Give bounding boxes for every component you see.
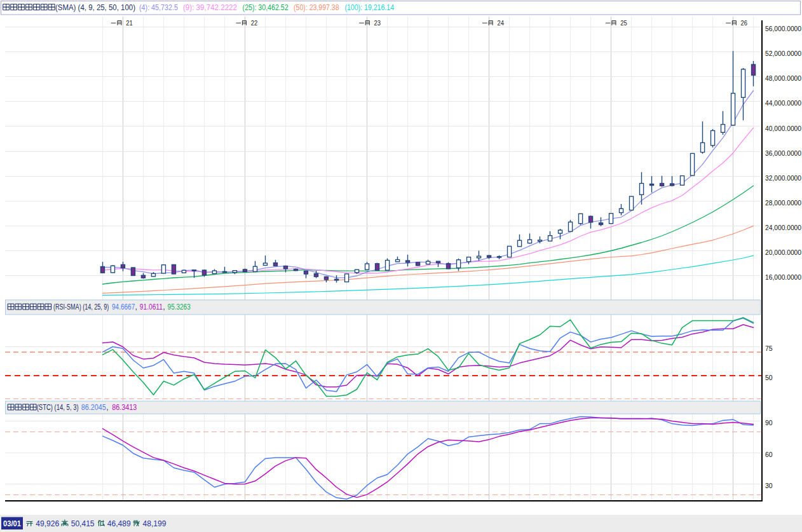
svg-text:03/01: 03/01 [3,519,21,528]
svg-text:26: 26 [741,20,748,27]
svg-text:50,415: 50,415 [71,519,95,528]
svg-text:,: , [163,303,165,311]
svg-text:60: 60 [765,451,773,458]
svg-text:20,000.0000: 20,000.0000 [765,249,801,256]
svg-text:24: 24 [497,20,504,27]
svg-text:36,000.0000: 36,000.0000 [765,149,801,157]
svg-text:49,926: 49,926 [36,519,59,528]
svg-text:(SMA) (4, 9, 25, 50, 100): (SMA) (4, 9, 25, 50, 100) [55,3,135,12]
svg-text:91.0611: 91.0611 [140,303,163,311]
svg-text:(RSI-SMA) (14, 25, 9): (RSI-SMA) (14, 25, 9) [53,303,109,311]
svg-text:75: 75 [765,344,773,352]
svg-text:(STC) (14, 5, 3): (STC) (14, 5, 3) [37,403,79,412]
svg-text:24,000.0000: 24,000.0000 [765,224,801,231]
svg-text:21: 21 [126,20,133,27]
svg-text:52,000.0000: 52,000.0000 [765,50,801,57]
svg-text:(4): 45,732.5: (4): 45,732.5 [139,3,178,12]
svg-text:(9): 39,742.2222: (9): 39,742.2222 [183,3,237,12]
svg-text:22: 22 [251,20,258,27]
svg-text:94.6667: 94.6667 [112,303,135,311]
svg-text:40,000.0000: 40,000.0000 [765,125,801,132]
svg-text:16,000.0000: 16,000.0000 [765,273,801,281]
svg-text:30: 30 [765,482,773,489]
svg-text:86.3413: 86.3413 [112,403,137,412]
svg-text:90: 90 [765,419,773,426]
svg-text:48,000.0000: 48,000.0000 [765,74,801,82]
svg-text:95.3263: 95.3263 [168,303,191,311]
svg-text:,: , [135,303,137,311]
svg-text:28,000.0000: 28,000.0000 [765,199,801,207]
svg-text:32,000.0000: 32,000.0000 [765,174,801,182]
svg-text:50: 50 [765,374,773,381]
svg-text:23: 23 [374,20,381,27]
svg-text:48,199: 48,199 [143,519,167,528]
svg-text:25: 25 [620,20,627,27]
svg-text:(25): 30,462.52: (25): 30,462.52 [243,3,289,12]
svg-text:,: , [106,403,108,412]
svg-text:(50): 23,997.38: (50): 23,997.38 [294,3,339,12]
svg-text:44,000.0000: 44,000.0000 [765,99,801,107]
svg-text:(100): 19,216.14: (100): 19,216.14 [344,3,394,12]
svg-text:86.2045: 86.2045 [81,403,106,412]
svg-text:56,000.0000: 56,000.0000 [765,25,801,32]
svg-text:46,489: 46,489 [107,519,131,528]
